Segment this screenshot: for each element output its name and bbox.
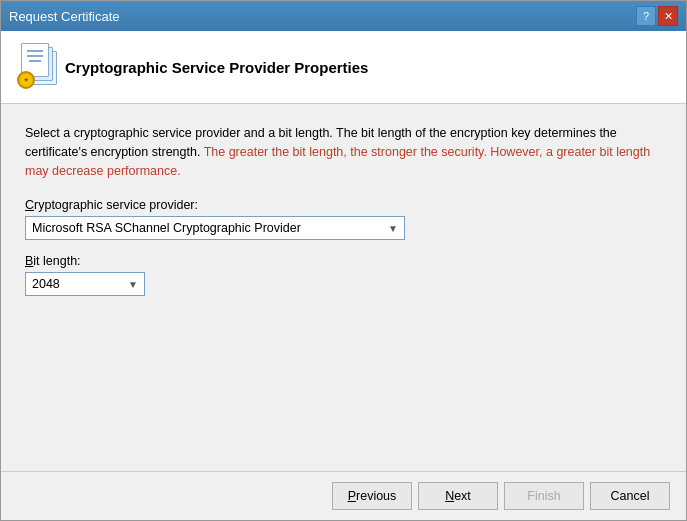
description-text: Select a cryptographic service provider … <box>25 124 662 180</box>
bit-length-label: Bit length: <box>25 254 662 268</box>
cancel-button[interactable]: Cancel <box>590 482 670 510</box>
header-area: ★ Cryptographic Service Provider Propert… <box>1 31 686 104</box>
provider-label-rest: ryptographic service provider: <box>34 198 198 212</box>
provider-dropdown-value: Microsoft RSA SChannel Cryptographic Pro… <box>32 221 301 235</box>
next-button[interactable]: Next <box>418 482 498 510</box>
content-area: Select a cryptographic service provider … <box>1 104 686 471</box>
previous-button-underline: P <box>348 489 356 503</box>
request-certificate-dialog: Request Certificate ? ✕ ★ Cryptographic … <box>0 0 687 521</box>
bit-length-dropdown[interactable]: 2048 ▼ <box>25 272 145 296</box>
previous-button[interactable]: Previous <box>332 482 412 510</box>
bit-length-label-rest: it length: <box>33 254 80 268</box>
bit-length-dropdown-value: 2048 <box>32 277 60 291</box>
bit-length-dropdown-arrow-icon: ▼ <box>128 279 138 290</box>
next-button-underline: N <box>445 489 454 503</box>
provider-label-underline: C <box>25 198 34 212</box>
window-title: Request Certificate <box>9 9 120 24</box>
previous-button-rest: revious <box>356 489 396 503</box>
medal-icon: ★ <box>17 71 35 89</box>
provider-label: Cryptographic service provider: <box>25 198 662 212</box>
help-button[interactable]: ? <box>636 6 656 26</box>
header-title: Cryptographic Service Provider Propertie… <box>65 59 368 76</box>
title-bar: Request Certificate ? ✕ <box>1 1 686 31</box>
finish-button-label: Finish <box>527 489 560 503</box>
title-bar-buttons: ? ✕ <box>636 6 678 26</box>
cancel-button-label: Cancel <box>611 489 650 503</box>
finish-button[interactable]: Finish <box>504 482 584 510</box>
next-button-rest: ext <box>454 489 471 503</box>
close-button[interactable]: ✕ <box>658 6 678 26</box>
provider-dropdown-arrow-icon: ▼ <box>388 223 398 234</box>
certificate-icon: ★ <box>17 43 65 91</box>
provider-dropdown[interactable]: Microsoft RSA SChannel Cryptographic Pro… <box>25 216 405 240</box>
footer-area: Previous Next Finish Cancel <box>1 471 686 520</box>
